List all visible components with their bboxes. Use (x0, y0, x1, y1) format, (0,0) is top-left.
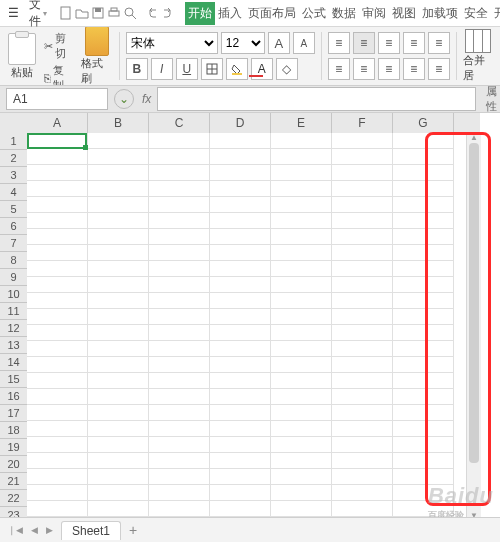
col-header[interactable]: G (393, 113, 454, 133)
cell[interactable] (27, 405, 88, 421)
cell[interactable] (393, 389, 454, 405)
cell[interactable] (271, 309, 332, 325)
cell[interactable] (149, 437, 210, 453)
cell[interactable] (88, 453, 149, 469)
save-icon[interactable] (91, 6, 105, 20)
cell[interactable] (332, 389, 393, 405)
cell[interactable] (88, 469, 149, 485)
cell[interactable] (210, 325, 271, 341)
cell[interactable] (88, 309, 149, 325)
cell[interactable] (332, 133, 393, 149)
scroll-up-arrow[interactable]: ▲ (467, 133, 481, 143)
fill-color-button[interactable] (226, 58, 248, 80)
cells-area[interactable] (27, 133, 480, 521)
cell[interactable] (210, 469, 271, 485)
tab-addins[interactable]: 加载项 (419, 2, 461, 25)
row-header[interactable]: 3 (0, 167, 27, 184)
row-header[interactable]: 7 (0, 235, 27, 252)
cell[interactable] (88, 165, 149, 181)
vertical-scrollbar[interactable]: ▲ ▼ (466, 133, 481, 521)
cell[interactable] (149, 405, 210, 421)
cell[interactable] (27, 149, 88, 165)
cell[interactable] (88, 485, 149, 501)
redo-icon[interactable] (161, 6, 175, 20)
cell[interactable] (27, 213, 88, 229)
row-header[interactable]: 17 (0, 405, 27, 422)
cell[interactable] (88, 181, 149, 197)
cell[interactable] (88, 389, 149, 405)
row-header[interactable]: 21 (0, 473, 27, 490)
cell[interactable] (88, 261, 149, 277)
cell[interactable] (27, 501, 88, 517)
cell[interactable] (271, 421, 332, 437)
cell[interactable] (271, 293, 332, 309)
print-preview-icon[interactable] (123, 6, 137, 20)
cell[interactable] (271, 405, 332, 421)
cell[interactable] (88, 501, 149, 517)
cell[interactable] (88, 405, 149, 421)
cell[interactable] (210, 213, 271, 229)
bold-button[interactable]: B (126, 58, 148, 80)
cell[interactable] (210, 373, 271, 389)
open-icon[interactable] (75, 6, 89, 20)
cell[interactable] (393, 421, 454, 437)
cell[interactable] (271, 149, 332, 165)
cell[interactable] (332, 405, 393, 421)
cell[interactable] (332, 197, 393, 213)
cell[interactable] (27, 165, 88, 181)
cell[interactable] (393, 405, 454, 421)
cell[interactable] (393, 485, 454, 501)
underline-button[interactable]: U (176, 58, 198, 80)
col-header[interactable]: B (88, 113, 149, 133)
font-size-select[interactable]: 12 (221, 32, 265, 54)
sheet-nav-first[interactable]: ❘◀ (8, 525, 23, 535)
row-header[interactable]: 15 (0, 371, 27, 388)
cell[interactable] (393, 293, 454, 309)
name-box[interactable]: A1 (6, 88, 108, 110)
cell[interactable] (271, 341, 332, 357)
align-top-button[interactable]: ≡ (328, 32, 350, 54)
cell[interactable] (393, 261, 454, 277)
align-center-button[interactable]: ≡ (353, 58, 375, 80)
cell[interactable] (393, 277, 454, 293)
cell[interactable] (210, 149, 271, 165)
cell[interactable] (271, 485, 332, 501)
row-header[interactable]: 19 (0, 439, 27, 456)
cell[interactable] (393, 133, 454, 149)
cell[interactable] (27, 485, 88, 501)
border-button[interactable] (201, 58, 223, 80)
cell[interactable] (332, 341, 393, 357)
col-header[interactable]: F (332, 113, 393, 133)
cell[interactable] (149, 261, 210, 277)
row-header[interactable]: 13 (0, 337, 27, 354)
cell[interactable] (271, 261, 332, 277)
cell[interactable] (27, 261, 88, 277)
cell[interactable] (27, 389, 88, 405)
cell[interactable] (332, 469, 393, 485)
cell[interactable] (88, 197, 149, 213)
cell[interactable] (332, 245, 393, 261)
cell[interactable] (88, 437, 149, 453)
row-header[interactable]: 4 (0, 184, 27, 201)
cell[interactable] (271, 133, 332, 149)
formula-input[interactable] (157, 87, 476, 111)
row-header[interactable]: 8 (0, 252, 27, 269)
cell[interactable] (332, 373, 393, 389)
cell[interactable] (88, 277, 149, 293)
cell[interactable] (27, 197, 88, 213)
cell[interactable] (149, 213, 210, 229)
cell[interactable] (271, 373, 332, 389)
row-header[interactable]: 11 (0, 303, 27, 320)
cell[interactable] (271, 165, 332, 181)
row-header[interactable]: 16 (0, 388, 27, 405)
tab-review[interactable]: 审阅 (359, 2, 389, 25)
cell[interactable] (210, 181, 271, 197)
cell[interactable] (271, 389, 332, 405)
cell[interactable] (271, 229, 332, 245)
cell[interactable] (149, 165, 210, 181)
tab-page-layout[interactable]: 页面布局 (245, 2, 299, 25)
cell[interactable] (88, 213, 149, 229)
cell[interactable] (210, 437, 271, 453)
app-menu-button[interactable]: ☰ (4, 4, 23, 22)
cell[interactable] (88, 149, 149, 165)
